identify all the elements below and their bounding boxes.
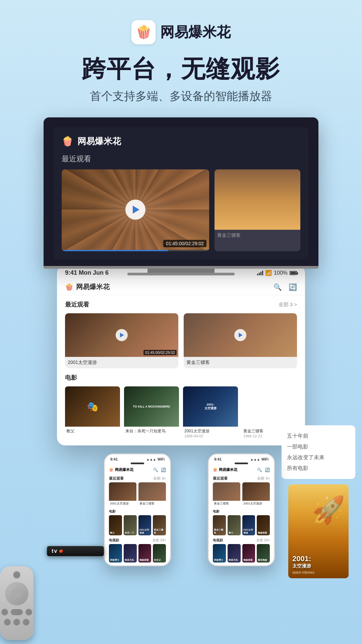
refresh-icon[interactable]: 🔄 (289, 283, 297, 291)
phone-left-poster-title-2: 杀死一只 (125, 532, 134, 534)
header: 🍿 网易爆米花 跨平台，无缝观影 首个支持多端、多设备的智能播放器 (0, 0, 362, 117)
phone-left-poster-1[interactable]: 教父 (109, 515, 122, 535)
phone-left-video-2[interactable]: 黄金三镖客 (138, 482, 166, 506)
phone-left-title-2: 黄金三镖客 (138, 501, 166, 506)
phone-right-refresh-icon[interactable]: 🔄 (265, 468, 270, 472)
movies-header: 电影 (65, 374, 297, 382)
phone-right-actions: 🔍 🔄 (257, 468, 270, 472)
poster-godfather-img: 🎭 (65, 386, 120, 427)
tablet-video-card-2[interactable]: 黄金三镖客 (184, 313, 297, 368)
phone-left-recent-more[interactable]: 全部 3> (153, 476, 166, 481)
phone-right-tv-2[interactable]: 铁面无私 (228, 544, 241, 562)
phone-left-recent-hdr: 最近观看 全部 3> (105, 474, 170, 482)
tablet-actions: 🔍 🔄 (274, 283, 297, 291)
tablet-brand: 🍿 网易爆米花 (65, 282, 110, 291)
phone-right-tv-hdr: 电视剧 全部 24> (213, 538, 270, 544)
play-button-1[interactable] (116, 329, 128, 341)
right-panel-text: 五十年前 一部电影 永远改变了未来 所有电影 (287, 431, 350, 474)
tablet-recent-header: 最近观看 全部 3 > (65, 301, 297, 309)
phone-left-search-icon[interactable]: 🔍 (153, 468, 158, 472)
phone-right-poster-1[interactable]: 黄金三镖客 (213, 515, 226, 535)
remote-back-button[interactable] (1, 609, 8, 615)
phone-right-frame: 9:41 ▲▲▲ WiFi 🍿 网易爆米花 🔍 🔄 最近观看 (208, 453, 275, 566)
poster-2001-tagline: space odyssey (292, 571, 345, 574)
phone-left-tv-3[interactable]: 梅森探案 (138, 544, 152, 562)
tablet-video-card-1[interactable]: 01:45:00/02:29:02 2001太空漫游 (65, 313, 178, 368)
phone-right-search-icon[interactable]: 🔍 (257, 468, 262, 472)
phone-left-poster-title-4: 黄金三镖客 (154, 529, 165, 534)
poster-godfather-info: 教父 (65, 427, 120, 436)
phone-left-tv-section: 电视剧 全部 24> 神秘博士 铁面无私 梅森探案 老友记 (105, 538, 170, 565)
poster-mockingbird-info: 来自：杀死一只知更鸟 (124, 427, 179, 436)
phone-left-recent-title: 最近观看 (109, 476, 124, 481)
phone-right-tv-1[interactable]: 神秘博士 (213, 544, 226, 562)
tv-side-video[interactable]: 黄金三镖客 (215, 169, 300, 251)
phone-left-tv-grid: 神秘博士 铁面无私 梅森探案 老友记 (109, 544, 166, 562)
apple-tv-box-area: tv 🍎 (47, 546, 104, 556)
phone-left-status: 9:41 ▲▲▲ WiFi (105, 454, 170, 463)
remote-vol-down[interactable] (4, 619, 11, 626)
phone-left-header: 🍿 网易爆米花 🔍 🔄 (105, 466, 170, 474)
tablet-app-icon: 🍿 (65, 283, 73, 291)
tv-inner: 🍿 网易爆米花 最近观看 01:45:00/02:29:02 (54, 127, 308, 259)
remote-power-button[interactable] (13, 571, 20, 579)
phone-right-tv-more[interactable]: 全部 24> (256, 538, 270, 543)
phone-right-poster-2[interactable]: 教父 (228, 515, 241, 535)
phone-left-tv-title-4: 老友记 (154, 559, 161, 561)
sub-title: 首个支持多端、多设备的智能播放器 (90, 89, 272, 104)
poster-mockingbird[interactable]: TO KILL A MOCKINGBIRD 来自：杀死一只知更鸟 (124, 386, 179, 440)
remote-mute[interactable] (13, 619, 20, 626)
phone-left-poster-2[interactable]: 杀死一只 (124, 515, 137, 535)
play-button-2[interactable] (234, 329, 246, 341)
phone-right-video-2[interactable]: 2001太空漫游 (242, 482, 270, 506)
phone-right-tv-title: 电视剧 (213, 538, 223, 543)
tv-stand-neck (147, 269, 215, 273)
phone-right-poster-3[interactable]: 2001太空漫游 (242, 515, 255, 535)
phone-right-thumb-1 (213, 482, 240, 501)
apple-tv-remote (0, 566, 34, 640)
tablet-recent-section: 最近观看 全部 3 > 01:45:00/02:29:02 2001太空漫游 (57, 295, 305, 374)
phone-right-app-icon: 🍿 (213, 468, 218, 472)
phone-right-tv-4[interactable]: 佩里梅森 (257, 544, 270, 562)
apple-tv-label: tv (52, 548, 58, 554)
phone-left-tv-2[interactable]: 铁面无私 (124, 544, 137, 562)
phone-right-poster-title-1: 黄金三镖客 (214, 529, 225, 534)
phone-right-tv-3[interactable]: 梅森探案 (242, 544, 255, 562)
video-title-1: 2001太空漫游 (65, 357, 178, 368)
poster-2001-info: 2001太空漫游 1968-04-02 (183, 427, 238, 440)
remote-trackpad[interactable] (5, 582, 28, 605)
poster-godfather[interactable]: 🎭 教父 (65, 386, 120, 440)
poster-2001[interactable]: 2001:太空漫游 2001太空漫游 1968-04-02 (183, 386, 238, 440)
phone-right-brand-name: 网易爆米花 (219, 467, 237, 472)
app-brand: 🍿 网易爆米花 (131, 20, 231, 44)
phone-left-refresh-icon[interactable]: 🔄 (161, 468, 166, 472)
right-text-1: 五十年前 (287, 431, 350, 441)
phone-left-video-1[interactable]: 2001太空漫游 (109, 482, 136, 506)
poster-2001-large-title: 2001: (292, 554, 345, 563)
poster-2001-year: 1968-04-02 (184, 434, 237, 438)
phone-right-signal: ▲▲▲ (250, 458, 260, 461)
phone-right-poster-4[interactable]: 梅森探案 (257, 515, 270, 535)
phone-left-thumb-1 (109, 482, 136, 501)
phone-left-tv-more[interactable]: 全部 24> (153, 538, 166, 543)
phone-right-recent-more[interactable]: 全部 3> (257, 476, 270, 481)
phone-left-title-1: 2001太空漫游 (109, 501, 136, 506)
remote-play-button[interactable] (11, 609, 23, 615)
phone-left-tv-title-1: 神秘博士 (110, 559, 119, 561)
phone-right-title-2: 2001太空漫游 (242, 501, 270, 506)
phone-left-movies-hdr: 电影 (109, 509, 166, 515)
phone-left-poster-4[interactable]: 黄金三镖客 (153, 515, 166, 535)
recent-more[interactable]: 全部 3 > (279, 302, 297, 308)
poster-2001-large[interactable]: 🚀 2001: 太空漫游 space odyssey (288, 484, 349, 578)
phone-left-tv-1[interactable]: 神秘博士 (109, 544, 122, 562)
remote-vol-up[interactable] (23, 619, 29, 626)
phone-left-tv-4[interactable]: 老友记 (153, 544, 166, 562)
phone-right-tv-section: 电视剧 全部 24> 神秘博士 铁面无私 梅森探案 佩里梅森 (209, 538, 274, 565)
movie-posters: 🎭 教父 TO KILL A MOCKINGBIRD 来自：杀死一只知更鸟 (65, 386, 297, 440)
phone-left-poster-3[interactable]: 2001太空漫游 (138, 515, 152, 535)
remote-home-button[interactable] (25, 609, 32, 615)
tv-play-button[interactable] (125, 200, 145, 220)
search-icon[interactable]: 🔍 (274, 283, 282, 291)
phone-right-video-1[interactable]: 黄金三镖客 (213, 482, 240, 506)
tv-main-video[interactable]: 01:45:00/02:29:02 (62, 169, 209, 251)
